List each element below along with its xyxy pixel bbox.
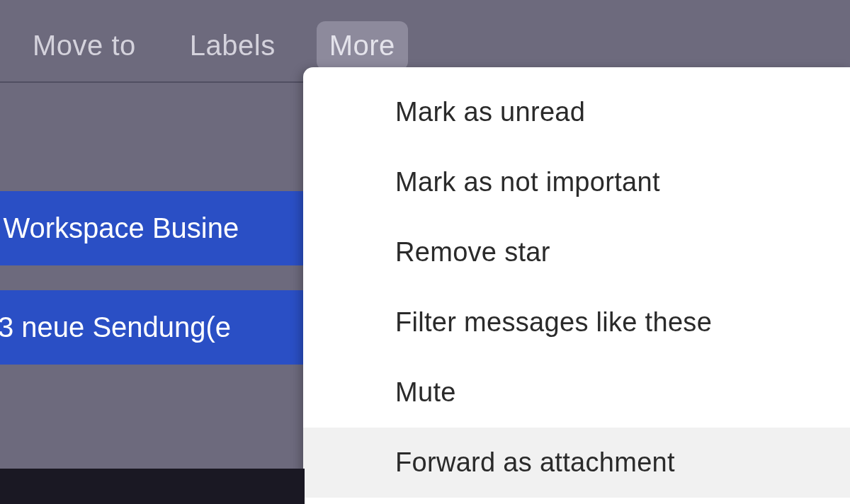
menu-remove-star[interactable]: Remove star bbox=[303, 217, 850, 287]
menu-forward-as-attachment[interactable]: Forward as attachment bbox=[303, 428, 850, 498]
labels-button[interactable]: Labels bbox=[177, 21, 288, 70]
bottom-bar bbox=[0, 469, 305, 504]
move-to-button[interactable]: Move to bbox=[20, 21, 149, 70]
more-dropdown: Mark as unread Mark as not important Rem… bbox=[303, 67, 850, 504]
menu-mute[interactable]: Mute bbox=[303, 357, 850, 428]
more-button[interactable]: More bbox=[317, 21, 408, 70]
email-list: gle Workspace Busine 21) 3 neue Sendung(… bbox=[0, 81, 305, 365]
email-row[interactable]: 21) 3 neue Sendung(e bbox=[0, 290, 305, 365]
menu-mark-not-important[interactable]: Mark as not important bbox=[303, 147, 850, 217]
menu-filter-messages[interactable]: Filter messages like these bbox=[303, 287, 850, 357]
email-row[interactable]: gle Workspace Busine bbox=[0, 191, 305, 265]
menu-mark-unread[interactable]: Mark as unread bbox=[303, 67, 850, 147]
